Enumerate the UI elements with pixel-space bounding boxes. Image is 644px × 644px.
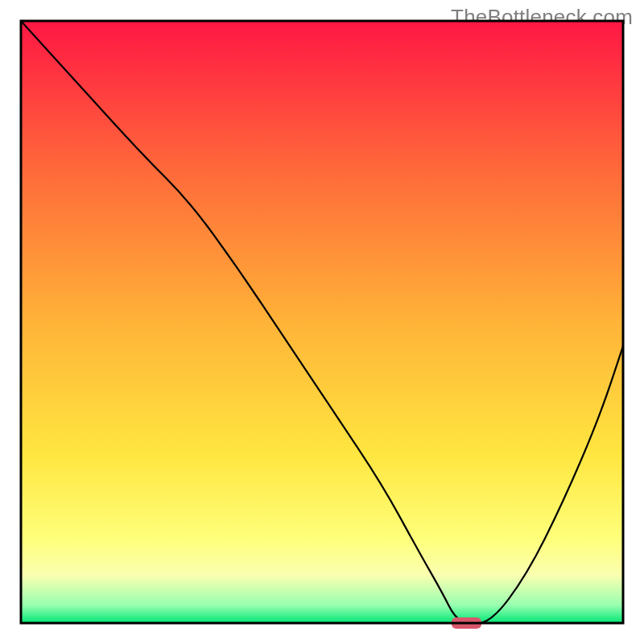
bottleneck-chart (0, 0, 644, 644)
chart-background (21, 21, 623, 623)
